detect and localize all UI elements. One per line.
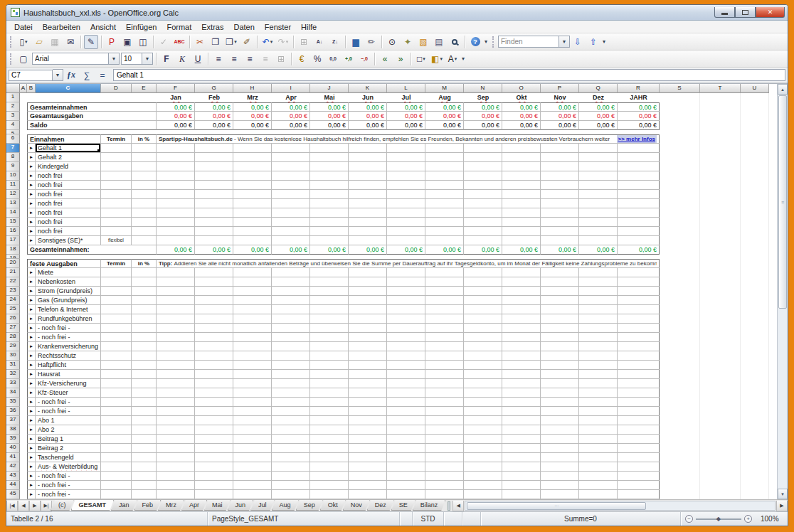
- column-header-U[interactable]: U: [741, 84, 769, 93]
- cell-C36[interactable]: - noch frei -: [36, 407, 101, 416]
- cell-U15[interactable]: [741, 218, 769, 227]
- cell-F33[interactable]: [157, 379, 195, 388]
- cell-E21[interactable]: [132, 268, 157, 277]
- title-bar[interactable]: Haushaltsbuch_xxl.xls - OpenOffice.org C…: [6, 5, 788, 21]
- cell-S18[interactable]: [660, 245, 700, 255]
- hscroll-left-icon[interactable]: ◀: [452, 501, 464, 511]
- cell-H1[interactable]: Mrz: [233, 93, 272, 102]
- undo-icon[interactable]: ↶▾: [260, 35, 275, 49]
- cell-T18[interactable]: [700, 245, 741, 255]
- scroll-down-icon[interactable]: ▼: [778, 489, 788, 499]
- cell-P43[interactable]: [541, 472, 579, 481]
- cell-Q42[interactable]: [579, 462, 618, 472]
- cell-H42[interactable]: [233, 462, 272, 472]
- cell-D24[interactable]: [101, 296, 132, 305]
- cell-K29[interactable]: [349, 342, 387, 351]
- cell-M32[interactable]: [425, 370, 464, 379]
- cell-R41[interactable]: [618, 453, 660, 462]
- cell-O4[interactable]: 0,00 €: [502, 121, 541, 130]
- cell-M18[interactable]: 0,00 €: [425, 245, 464, 255]
- cell-M33[interactable]: [425, 379, 464, 388]
- row-header-38[interactable]: 38: [6, 425, 20, 435]
- cell-A12[interactable]: [20, 190, 27, 199]
- cell-L24[interactable]: [387, 296, 425, 305]
- cell-K11[interactable]: [349, 181, 387, 190]
- cell-R45[interactable]: [618, 490, 660, 499]
- cell-P1[interactable]: Nov: [541, 93, 579, 102]
- cell-A10[interactable]: [20, 171, 27, 181]
- cell-A24[interactable]: [20, 296, 27, 305]
- cell-B42[interactable]: ►: [27, 462, 36, 472]
- cell-U26[interactable]: [741, 314, 769, 324]
- cell-T13[interactable]: [700, 199, 741, 208]
- equals-icon[interactable]: =: [95, 69, 110, 82]
- cell-Q22[interactable]: [579, 277, 618, 287]
- cell-N31[interactable]: [464, 361, 502, 370]
- cell-P44[interactable]: [541, 481, 579, 490]
- cell-J41[interactable]: [310, 453, 349, 462]
- cell-Q18[interactable]: 0,00 €: [579, 245, 618, 255]
- row-header-12[interactable]: 12: [6, 190, 20, 199]
- cell-U17[interactable]: [741, 236, 769, 245]
- sheet-tab-feb[interactable]: Feb: [134, 500, 162, 511]
- cell-I28[interactable]: [272, 333, 310, 342]
- cell-H18[interactable]: 0,00 €: [233, 245, 272, 255]
- cell-I7[interactable]: [272, 144, 310, 153]
- menu-item-bearbeiten[interactable]: Bearbeiten: [38, 21, 85, 33]
- cell-A4[interactable]: [20, 121, 27, 130]
- cell-B29[interactable]: ►: [27, 342, 36, 351]
- cell-A45[interactable]: [20, 490, 27, 499]
- cell-L23[interactable]: [387, 287, 425, 296]
- cell-A41[interactable]: [20, 453, 27, 462]
- cell-B2[interactable]: Gesamteinnahmen: [27, 102, 157, 112]
- cell-R44[interactable]: [618, 481, 660, 490]
- cell-D13[interactable]: [101, 199, 132, 208]
- cell-H7[interactable]: [233, 144, 272, 153]
- cell-K25[interactable]: [349, 305, 387, 314]
- cell-E7[interactable]: [132, 144, 157, 153]
- cell-Q23[interactable]: [579, 287, 618, 296]
- cell-S21[interactable]: [660, 268, 700, 277]
- cell-N2[interactable]: 0,00 €: [464, 102, 502, 112]
- cell-U13[interactable]: [741, 199, 769, 208]
- cell-L4[interactable]: 0,00 €: [387, 121, 425, 130]
- cell-I31[interactable]: [272, 361, 310, 370]
- select-all-corner[interactable]: [6, 84, 20, 93]
- cell-Q15[interactable]: [579, 218, 618, 227]
- cell-E33[interactable]: [132, 379, 157, 388]
- cell-O23[interactable]: [502, 287, 541, 296]
- cell-L11[interactable]: [387, 181, 425, 190]
- row-header-23[interactable]: 23: [6, 287, 20, 296]
- cell-N45[interactable]: [464, 490, 502, 499]
- cell-J30[interactable]: [310, 351, 349, 361]
- cell-T17[interactable]: [700, 236, 741, 245]
- cell-F23[interactable]: [157, 287, 195, 296]
- cell-I8[interactable]: [272, 153, 310, 162]
- cell-E1[interactable]: [132, 93, 157, 102]
- open-document-icon[interactable]: ▱: [32, 35, 46, 49]
- cell-F45[interactable]: [157, 490, 195, 499]
- cell-T27[interactable]: [700, 324, 741, 333]
- cell-D7[interactable]: [101, 144, 132, 153]
- cell-I45[interactable]: [272, 490, 310, 499]
- cell-L27[interactable]: [387, 324, 425, 333]
- cell-P16[interactable]: [541, 227, 579, 236]
- background-color-icon-dropdown[interactable]: ▾: [440, 56, 443, 62]
- cell-A33[interactable]: [20, 379, 27, 388]
- cell-F22[interactable]: [157, 277, 195, 287]
- mehr-infos-link[interactable]: >> mehr Infos: [617, 135, 657, 144]
- cell-K35[interactable]: [349, 398, 387, 407]
- font-size-dropdown-icon[interactable]: ▼: [142, 53, 153, 65]
- cell-M3[interactable]: 0,00 €: [425, 112, 464, 121]
- cell-T1[interactable]: [700, 93, 741, 102]
- cell-I9[interactable]: [272, 162, 310, 171]
- cell-O42[interactable]: [502, 462, 541, 472]
- background-color-icon[interactable]: ◧▾: [430, 52, 444, 66]
- sheet-tab-sep[interactable]: Sep: [296, 500, 323, 511]
- cell-N23[interactable]: [464, 287, 502, 296]
- cell-L45[interactable]: [387, 490, 425, 499]
- cell-G35[interactable]: [195, 398, 233, 407]
- cell-J32[interactable]: [310, 370, 349, 379]
- cell-O17[interactable]: [502, 236, 541, 245]
- cell-U8[interactable]: [741, 153, 769, 162]
